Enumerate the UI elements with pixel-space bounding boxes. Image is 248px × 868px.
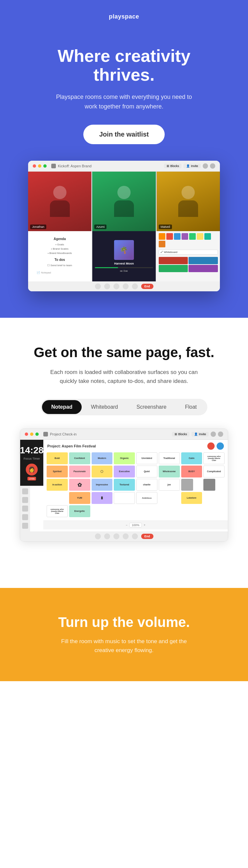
- participant-3-badge: Matveil: [159, 224, 172, 229]
- zoom-minus[interactable]: −: [126, 523, 127, 527]
- music-progress-fill: [95, 267, 118, 268]
- more-icon: [210, 163, 215, 168]
- blocks-icon: ⊞: [167, 164, 169, 168]
- sticky-organic: Organic: [114, 452, 135, 464]
- sticky-wholesome: Wholesome: [159, 466, 180, 477]
- hero-window-title: Kickoff: Aspen Brand: [58, 164, 92, 168]
- feat-blocks-icon: ⊞: [175, 433, 177, 436]
- music-art: 🌴: [114, 240, 134, 260]
- sticky-circle: ○: [92, 466, 113, 477]
- notepad-label: 📄 Notepad: [34, 271, 85, 275]
- waitlist-button[interactable]: Join the waitlist: [83, 125, 165, 144]
- features-subtitle: Each room is loaded with collaborative s…: [44, 368, 204, 385]
- hero-title: Where creativity thrives.: [31, 46, 217, 84]
- tab-whiteboard[interactable]: Whiteboard: [82, 400, 127, 414]
- focus-timer: 14:28 Focus Timer 👩 Linda: [20, 440, 43, 486]
- feat-end-call-button[interactable]: End: [141, 534, 153, 539]
- sticky-complicated: Complicated: [204, 466, 224, 477]
- timer-avatar: 👩: [26, 464, 38, 475]
- feat-main-layout: 14:28 Focus Timer 👩 Linda: [20, 440, 228, 531]
- feat-dot-yellow: [30, 433, 33, 436]
- sticky-passionate: Passionate: [69, 466, 90, 477]
- participant-1-badge: Jonathan: [30, 224, 46, 229]
- feat-dot-red: [25, 433, 28, 436]
- sticky-yum: YUM: [69, 492, 90, 504]
- sticky-unrelated: Unrelated: [136, 452, 157, 464]
- sticky-inaction: in-action: [46, 479, 68, 491]
- feat-footer-icon-4: [123, 533, 129, 539]
- section-gap: [0, 561, 248, 588]
- zoom-plus[interactable]: +: [144, 523, 146, 527]
- feat-window-bar-right: ⊞ Blocks 👤 Invite: [172, 432, 223, 437]
- notepad-panel: Agenda • Goals • Brand Scales • Brand Mo…: [28, 231, 91, 281]
- wb-main-area: Project: Aspen Film Festival Bold Confid…: [43, 440, 228, 531]
- sticky-traditional: Traditional: [159, 452, 180, 464]
- features-window-bar: Project Check-in ⊞ Blocks 👤 Invite: [20, 429, 228, 440]
- tab-notepad[interactable]: Notepad: [42, 400, 82, 414]
- feat-window-title: Project Check-in: [50, 432, 77, 436]
- sidebar-icon-4: [22, 514, 28, 520]
- window-bar-right: ⊞ Blocks 👤 Invite: [164, 163, 215, 168]
- tab-float[interactable]: Float: [176, 400, 206, 414]
- feat-invite-icon: 👤: [194, 433, 198, 436]
- video-grid: Jonathan Azumi: [28, 172, 220, 231]
- feat-title-icon: [43, 432, 48, 436]
- settings-icon: [203, 163, 208, 168]
- wb-project-title: Project: Aspen Film Festival: [47, 444, 96, 448]
- wb-swatch-1: [159, 233, 165, 240]
- window-title-area: Kickoff: Aspen Brand: [51, 164, 162, 168]
- video-cell-3: Matveil: [157, 172, 220, 231]
- todos-items: ☐ Send brief to team: [34, 264, 85, 268]
- window-dot-green: [43, 164, 46, 168]
- sticky-image-1: [181, 479, 193, 491]
- sticky-energetic: Energetic: [69, 505, 90, 517]
- sticky-quiet: Quiet: [136, 466, 157, 477]
- features-tabs: Notepad Whiteboard Screenshare Float: [41, 399, 207, 415]
- footer-icon-1: [95, 283, 101, 289]
- sticky-spirited: Spirited: [46, 466, 68, 477]
- invite-button[interactable]: 👤 Invite: [184, 164, 201, 168]
- sticky-someone: someone who (reads) Marie Clair: [204, 452, 224, 464]
- wb-swatch-4: [182, 233, 188, 240]
- features-title: Get on the same page, fast.: [20, 344, 228, 361]
- bottom-panels: Agenda • Goals • Brand Scales • Brand Mo…: [28, 231, 220, 281]
- sticky-spacer-4: [92, 505, 113, 517]
- todos-title: To dos: [34, 258, 85, 261]
- blocks-button[interactable]: ⊞ Blocks: [164, 164, 182, 168]
- wb-user-avatar-2: [217, 442, 224, 450]
- sticky-spacer-3: [204, 492, 224, 504]
- tab-screenshare[interactable]: Screenshare: [127, 400, 176, 414]
- music-progress-bar: [95, 267, 153, 268]
- sticky-spacer-2: [159, 492, 180, 504]
- wb-swatch-2: [166, 233, 173, 240]
- music-panel: 🌴 Harvest Moon ⏮⏸⏭: [92, 231, 155, 281]
- sticky-bold: Bold: [46, 452, 68, 464]
- participant-2-badge: Azumi: [94, 224, 106, 229]
- wb-swatch-7: [204, 233, 211, 240]
- timer-label: Focus Timer: [24, 457, 40, 460]
- video-cell-1: Jonathan: [28, 172, 91, 231]
- footer-icon-5: [132, 283, 138, 289]
- features-app-window: Project Check-in ⊞ Blocks 👤 Invite: [20, 429, 228, 541]
- sticky-impressive: Impressive: [92, 479, 113, 491]
- sticky-image-2: [204, 479, 215, 491]
- window-dot-yellow: [38, 164, 41, 168]
- feat-invite-button[interactable]: 👤 Invite: [191, 432, 209, 436]
- wb-top-right: [207, 442, 224, 450]
- music-section: Turn up the volume. Fill the room with m…: [0, 588, 248, 681]
- end-call-button[interactable]: End: [141, 284, 153, 289]
- sticky-pink-blank: ✿: [69, 479, 90, 491]
- sticky-joe: joe: [159, 479, 180, 491]
- music-title: Turn up the volume.: [58, 614, 190, 630]
- sticky-ambitious: Ambitious: [136, 492, 157, 504]
- feat-blocks-button[interactable]: ⊞ Blocks: [172, 432, 190, 436]
- hero-section: playspace Where creativity thrives. Play…: [0, 0, 248, 318]
- timer-display: 14:28: [20, 445, 44, 456]
- sticky-modern: Modern: [92, 452, 113, 464]
- logo: playspace: [109, 13, 139, 20]
- feat-window-footer: End: [20, 531, 228, 541]
- wb-photo-grid: [159, 257, 218, 272]
- sticky-executive: Executive: [114, 466, 135, 477]
- agenda-items: • Goals • Brand Scales • Brand Moodboard…: [34, 243, 85, 255]
- wb-swatch-6: [197, 233, 204, 240]
